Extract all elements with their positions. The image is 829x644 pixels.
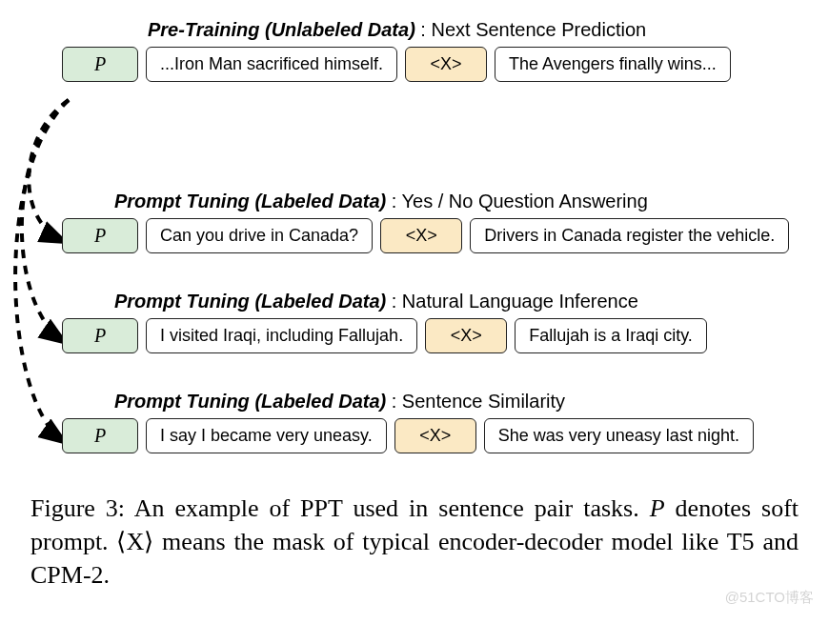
soft-prompt-token: P xyxy=(62,418,138,453)
soft-prompt-token: P xyxy=(62,318,138,353)
sentence-left: I say I became very uneasy. xyxy=(146,418,387,453)
mask-token: <X> xyxy=(425,318,507,353)
sentence-right: She was very uneasy last night. xyxy=(484,418,754,453)
heading-bold: Prompt Tuning (Labeled Data) xyxy=(114,391,386,412)
heading-nli: Prompt Tuning (Labeled Data) : Natural L… xyxy=(62,291,800,312)
heading-rest: : Sentence Similarity xyxy=(386,391,565,412)
mask-token: <X> xyxy=(405,47,487,82)
sentence-right: Drivers in Canada register the vehicle. xyxy=(470,218,789,253)
sentence-left: ...Iron Man sacrificed himself. xyxy=(146,47,397,82)
watermark: @51CTO博客 xyxy=(725,589,814,607)
mask-token: <X> xyxy=(380,218,462,253)
mask-token: <X> xyxy=(394,418,476,453)
heading-rest: : Natural Language Inference xyxy=(386,291,638,312)
row-pretraining: Pre-Training (Unlabeled Data) : Next Sen… xyxy=(62,19,800,82)
sentence-left: I visited Iraqi, including Fallujah. xyxy=(146,318,417,353)
row-qa: Prompt Tuning (Labeled Data) : Yes / No … xyxy=(62,191,800,253)
heading-bold: Pre-Training (Unlabeled Data) xyxy=(148,19,415,40)
heading-bold: Prompt Tuning (Labeled Data) xyxy=(114,191,386,211)
heading-similarity: Prompt Tuning (Labeled Data) : Sentence … xyxy=(62,391,800,413)
token-row: P I visited Iraqi, including Fallujah. <… xyxy=(62,318,800,353)
soft-prompt-token: P xyxy=(62,218,138,253)
figure-caption: Figure 3: An example of PPT used in sent… xyxy=(10,492,819,601)
heading-rest: : Next Sentence Prediction xyxy=(415,19,646,40)
row-similarity: Prompt Tuning (Labeled Data) : Sentence … xyxy=(62,391,800,453)
soft-prompt-token: P xyxy=(62,47,138,82)
sentence-right: The Avengers finally wins... xyxy=(495,47,731,82)
token-row: P Can you drive in Canada? <X> Drivers i… xyxy=(62,218,800,253)
token-row: P I say I became very uneasy. <X> She wa… xyxy=(62,418,800,453)
token-row: P ...Iron Man sacrificed himself. <X> Th… xyxy=(62,47,800,82)
caption-p-var: P xyxy=(650,494,665,522)
heading-qa: Prompt Tuning (Labeled Data) : Yes / No … xyxy=(62,191,800,212)
heading-rest: : Yes / No Question Answering xyxy=(386,191,648,211)
heading-pretraining: Pre-Training (Unlabeled Data) : Next Sen… xyxy=(62,19,800,41)
heading-bold: Prompt Tuning (Labeled Data) xyxy=(114,291,386,312)
caption-pre: Figure 3: An example of PPT used in sent… xyxy=(30,494,650,522)
sentence-left: Can you drive in Canada? xyxy=(146,218,373,253)
sentence-right: Fallujah is a Iraqi city. xyxy=(515,318,707,353)
figure-diagram: Pre-Training (Unlabeled Data) : Next Sen… xyxy=(10,10,819,486)
row-nli: Prompt Tuning (Labeled Data) : Natural L… xyxy=(62,291,800,353)
